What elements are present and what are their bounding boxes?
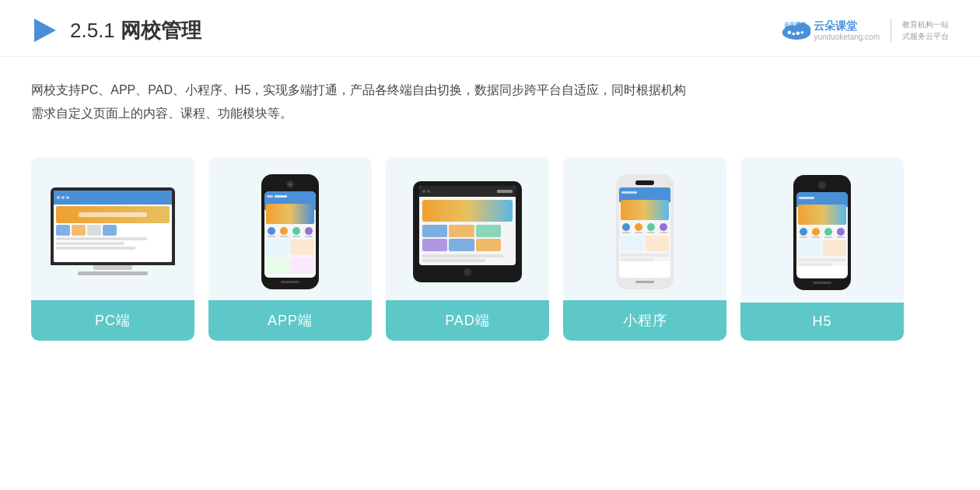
h5-phone-mockup: [793, 175, 851, 290]
card-mini: 小程序: [563, 157, 726, 341]
brand-slogan: 教育机构一站 式服务云平台: [902, 19, 949, 42]
pc-screen-inner: [54, 191, 172, 262]
pad-label: PAD端: [386, 300, 549, 341]
description-line2: 需求自定义页面上的内容、课程、功能模块等。: [31, 102, 949, 125]
brand-name: 云朵课堂: [814, 19, 857, 33]
brand-url: yunduoketang.com: [814, 33, 880, 42]
svg-marker-0: [34, 19, 56, 42]
description-area: 网校支持PC、APP、PAD、小程序、H5，实现多端打通，产品各终端自由切换，数…: [0, 57, 980, 134]
cards-area: PC端: [0, 134, 980, 356]
app-phone-mockup: [261, 174, 319, 289]
svg-point-6: [796, 31, 800, 35]
logo-icon: [31, 14, 59, 47]
mini-label: 小程序: [563, 300, 726, 341]
app-phone-screen: [264, 191, 316, 278]
mini-screen: [619, 187, 670, 278]
card-app: APP端: [208, 157, 372, 341]
pc-screen-outer: [51, 187, 175, 265]
page-title: 2.5.1 网校管理: [70, 17, 201, 44]
mini-image-area: [563, 157, 726, 300]
app-label: APP端: [208, 300, 372, 341]
card-pad: PAD端: [386, 157, 549, 341]
page: 2.5.1 网校管理 云朵课堂: [0, 0, 980, 490]
pc-image-area: [31, 157, 194, 300]
card-pc: PC端: [31, 157, 194, 341]
pad-screen: [419, 186, 516, 265]
h5-screen: [796, 192, 848, 278]
brand-divider: [891, 19, 891, 42]
svg-point-5: [793, 33, 796, 36]
description-line1: 网校支持PC、APP、PAD、小程序、H5，实现多端打通，产品各终端自由切换，数…: [31, 79, 949, 102]
card-h5: H5: [740, 157, 904, 341]
header-left: 2.5.1 网校管理: [31, 14, 201, 47]
brand-cloud-icon: 云朵课堂: [779, 16, 814, 44]
brand-logo: 云朵课堂 云朵课堂 yunduoketang.com 教育机构一站 式服务云平台: [779, 16, 949, 44]
svg-point-7: [801, 31, 804, 34]
app-image-area: [208, 157, 372, 300]
header: 2.5.1 网校管理 云朵课堂: [0, 0, 980, 57]
pad-image-area: [386, 157, 549, 300]
svg-text:云朵课堂: 云朵课堂: [784, 21, 807, 28]
h5-image-area: [740, 157, 904, 303]
mini-phone-mockup: [616, 174, 674, 289]
pc-label: PC端: [31, 300, 194, 341]
pad-mockup: [413, 181, 522, 282]
h5-label: H5: [740, 303, 904, 341]
pc-mockup: [47, 187, 179, 275]
svg-point-4: [788, 30, 792, 34]
